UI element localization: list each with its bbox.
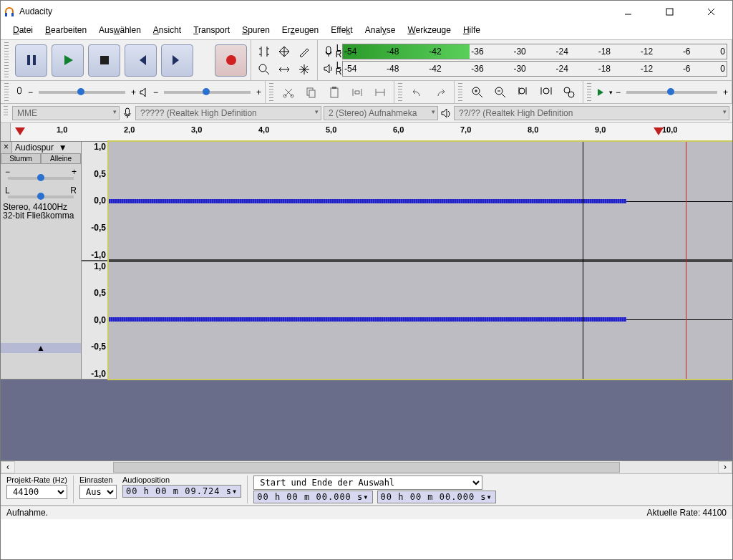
skip-start-button[interactable] xyxy=(125,44,157,77)
svg-rect-10 xyxy=(331,88,338,97)
svg-point-17 xyxy=(568,92,574,97)
playback-meter[interactable]: -54-48-42-36-30-24-18-12-60 xyxy=(342,61,727,77)
menu-item[interactable]: Erzeugen xyxy=(277,24,324,37)
silence-button[interactable] xyxy=(370,83,390,101)
menu-item[interactable]: Auswählen xyxy=(94,24,146,37)
stop-button[interactable] xyxy=(88,44,120,77)
grip-icon[interactable] xyxy=(587,83,591,101)
selection-end-input[interactable]: 00 h 00 m 00.000 s▾ xyxy=(377,491,496,503)
speaker-icon xyxy=(440,107,452,119)
audio-host-select[interactable]: MME xyxy=(12,106,120,120)
selection-start-input[interactable]: 00 h 00 m 00.000 s▾ xyxy=(253,491,372,503)
gain-slider[interactable] xyxy=(8,177,74,180)
envelope-tool-button[interactable] xyxy=(274,42,294,60)
timeline[interactable]: 1,02,03,04,05,06,07,08,09,010,0 xyxy=(1,123,732,142)
track-collapse-button[interactable]: ▲ xyxy=(1,343,81,353)
track-control-panel[interactable]: × Audiospur ▼ Stumm Alleine −+ LR Stereo… xyxy=(1,142,82,379)
cut-button[interactable] xyxy=(278,83,298,101)
track-close-button[interactable]: × xyxy=(1,142,12,153)
plus-label: + xyxy=(72,167,77,177)
menu-item[interactable]: Effekt xyxy=(326,24,357,37)
minimize-button[interactable] xyxy=(613,1,642,21)
scroll-left-button[interactable]: ‹ xyxy=(1,461,15,473)
pan-slider[interactable] xyxy=(8,195,74,198)
snap-select[interactable]: Aus xyxy=(79,485,117,499)
plus-icon: + xyxy=(723,87,728,97)
scroll-right-button[interactable]: › xyxy=(718,461,732,473)
project-rate-select[interactable]: 44100 xyxy=(6,485,67,499)
selection-tool-button[interactable] xyxy=(254,42,274,60)
mute-button[interactable]: Stumm xyxy=(1,153,41,164)
menu-item[interactable]: Bearbeiten xyxy=(40,24,92,37)
status-message: Aufnahme. xyxy=(6,508,647,518)
grip-icon[interactable] xyxy=(398,83,402,101)
snap-label: Einrasten xyxy=(79,475,117,484)
play-button[interactable] xyxy=(52,44,84,77)
zoom-toggle-button[interactable] xyxy=(559,83,579,101)
selection-mode-select[interactable]: Start und Ende der Auswahl xyxy=(253,475,482,490)
track-panel: × Audiospur ▼ Stumm Alleine −+ LR Stereo… xyxy=(1,142,732,380)
playback-device-select[interactable]: ??/?? (Realtek High Definition xyxy=(454,106,729,120)
undo-button[interactable] xyxy=(407,83,427,101)
track-name-dropdown[interactable]: Audiospur ▼ xyxy=(12,142,81,153)
grip-icon[interactable] xyxy=(4,42,9,78)
solo-button[interactable]: Alleine xyxy=(41,153,81,164)
plus-icon: + xyxy=(131,87,136,97)
grip-icon[interactable] xyxy=(269,83,273,101)
zoom-in-button[interactable] xyxy=(467,83,487,101)
skip-end-button[interactable] xyxy=(161,44,193,77)
speaker-icon xyxy=(139,87,150,98)
audio-position-input[interactable]: 00 h 00 m 09.724 s▾ xyxy=(122,485,241,498)
playback-volume-slider[interactable] xyxy=(164,91,251,94)
grip-icon[interactable] xyxy=(458,83,462,101)
amplitude-scale: 1,00,50,0-0,5-1,0 1,00,50,0-0,5-1,0 xyxy=(82,142,109,379)
trim-button[interactable] xyxy=(347,83,367,101)
mic-icon xyxy=(14,87,25,98)
speaker-icon xyxy=(322,62,335,75)
quick-play-end-icon[interactable] xyxy=(654,127,664,135)
horizontal-scrollbar[interactable]: ‹ › xyxy=(1,461,732,474)
timeshift-tool-button[interactable] xyxy=(274,60,294,78)
minus-icon: − xyxy=(153,87,158,97)
copy-button[interactable] xyxy=(301,83,321,101)
paste-button[interactable] xyxy=(324,83,344,101)
mic-icon xyxy=(122,107,133,119)
scroll-thumb[interactable] xyxy=(113,462,619,473)
pan-r-label: R xyxy=(70,185,77,195)
fit-selection-button[interactable] xyxy=(513,83,533,101)
recording-device-select[interactable]: ????? (Realtek High Definition xyxy=(135,106,321,120)
empty-track-area[interactable] xyxy=(1,380,732,461)
play-speed-slider[interactable] xyxy=(626,91,717,94)
menu-item[interactable]: Hilfe xyxy=(458,24,485,37)
draw-tool-button[interactable] xyxy=(294,42,314,60)
menu-item[interactable]: Analyse xyxy=(360,24,401,37)
waveform-display[interactable] xyxy=(109,142,732,379)
quick-play-head-icon[interactable] xyxy=(15,127,25,135)
menubar[interactable]: DateiBearbeitenAuswählenAnsichtTransport… xyxy=(1,22,732,40)
recording-volume-slider[interactable] xyxy=(39,91,125,94)
fit-project-button[interactable] xyxy=(536,83,556,101)
redo-button[interactable] xyxy=(430,83,450,101)
menu-item[interactable]: Transport xyxy=(188,24,235,37)
pause-button[interactable] xyxy=(15,44,47,77)
record-button[interactable] xyxy=(215,44,247,77)
device-toolbar: MME ????? (Realtek High Definition 2 (St… xyxy=(1,104,732,123)
grip-icon[interactable] xyxy=(4,83,9,101)
grip-icon[interactable] xyxy=(4,106,8,117)
menu-item[interactable]: Ansicht xyxy=(148,24,186,37)
zoom-tool-button[interactable] xyxy=(254,60,274,78)
multi-tool-button[interactable] xyxy=(294,60,314,78)
zoom-out-button[interactable] xyxy=(490,83,510,101)
menu-item[interactable]: Werkzeuge xyxy=(402,24,455,37)
audio-position-label: Audioposition xyxy=(122,475,241,484)
close-button[interactable] xyxy=(696,1,725,21)
menu-item[interactable]: Spuren xyxy=(237,24,275,37)
recording-channels-select[interactable]: 2 (Stereo) Aufnahmeka xyxy=(324,106,438,120)
recording-meter[interactable]: -54-48-42-36-30-24-18-12-60 xyxy=(342,44,727,59)
maximize-button[interactable] xyxy=(655,1,684,21)
svg-rect-11 xyxy=(332,87,336,89)
minus-icon: − xyxy=(28,87,33,97)
meter-r-label: R xyxy=(335,52,342,58)
svg-point-15 xyxy=(543,88,549,94)
menu-item[interactable]: Datei xyxy=(8,24,38,37)
